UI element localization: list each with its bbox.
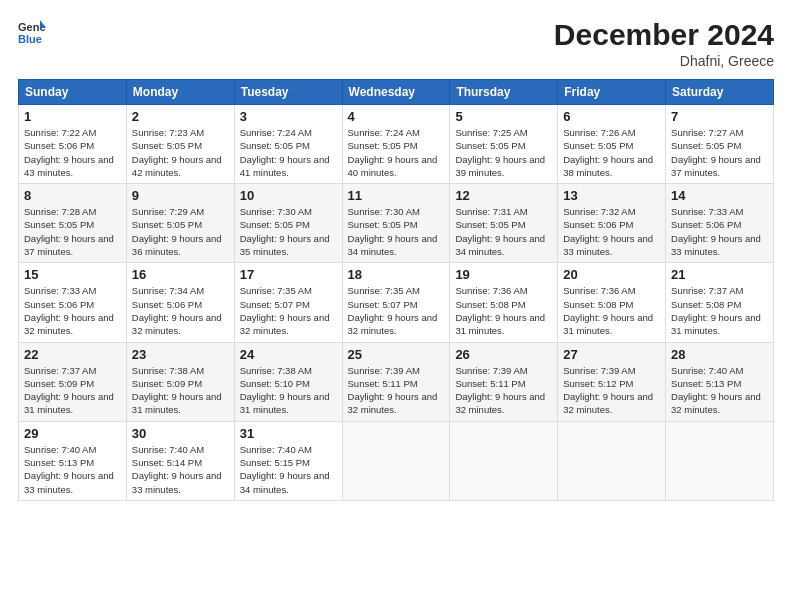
day-number: 3 bbox=[240, 109, 337, 124]
day-number: 27 bbox=[563, 347, 660, 362]
calendar-week-4: 22 Sunrise: 7:37 AMSunset: 5:09 PMDaylig… bbox=[19, 342, 774, 421]
table-row: 13 Sunrise: 7:32 AMSunset: 5:06 PMDaylig… bbox=[558, 184, 666, 263]
day-number: 19 bbox=[455, 267, 552, 282]
col-saturday: Saturday bbox=[666, 80, 774, 105]
day-info: Sunrise: 7:30 AMSunset: 5:05 PMDaylight:… bbox=[348, 206, 438, 257]
day-number: 8 bbox=[24, 188, 121, 203]
day-number: 6 bbox=[563, 109, 660, 124]
calendar-table: Sunday Monday Tuesday Wednesday Thursday… bbox=[18, 79, 774, 501]
table-row: 18 Sunrise: 7:35 AMSunset: 5:07 PMDaylig… bbox=[342, 263, 450, 342]
day-number: 26 bbox=[455, 347, 552, 362]
location: Dhafni, Greece bbox=[554, 53, 774, 69]
col-monday: Monday bbox=[126, 80, 234, 105]
table-row bbox=[342, 421, 450, 500]
table-row: 17 Sunrise: 7:35 AMSunset: 5:07 PMDaylig… bbox=[234, 263, 342, 342]
day-info: Sunrise: 7:39 AMSunset: 5:11 PMDaylight:… bbox=[455, 365, 545, 416]
day-info: Sunrise: 7:38 AMSunset: 5:09 PMDaylight:… bbox=[132, 365, 222, 416]
day-info: Sunrise: 7:27 AMSunset: 5:05 PMDaylight:… bbox=[671, 127, 761, 178]
day-info: Sunrise: 7:30 AMSunset: 5:05 PMDaylight:… bbox=[240, 206, 330, 257]
day-number: 5 bbox=[455, 109, 552, 124]
table-row: 8 Sunrise: 7:28 AMSunset: 5:05 PMDayligh… bbox=[19, 184, 127, 263]
col-friday: Friday bbox=[558, 80, 666, 105]
day-number: 20 bbox=[563, 267, 660, 282]
day-number: 9 bbox=[132, 188, 229, 203]
table-row: 20 Sunrise: 7:36 AMSunset: 5:08 PMDaylig… bbox=[558, 263, 666, 342]
day-number: 28 bbox=[671, 347, 768, 362]
day-info: Sunrise: 7:40 AMSunset: 5:13 PMDaylight:… bbox=[24, 444, 114, 495]
day-info: Sunrise: 7:35 AMSunset: 5:07 PMDaylight:… bbox=[240, 285, 330, 336]
col-wednesday: Wednesday bbox=[342, 80, 450, 105]
calendar-week-5: 29 Sunrise: 7:40 AMSunset: 5:13 PMDaylig… bbox=[19, 421, 774, 500]
month-year: December 2024 bbox=[554, 18, 774, 51]
day-number: 14 bbox=[671, 188, 768, 203]
day-info: Sunrise: 7:24 AMSunset: 5:05 PMDaylight:… bbox=[348, 127, 438, 178]
table-row: 10 Sunrise: 7:30 AMSunset: 5:05 PMDaylig… bbox=[234, 184, 342, 263]
col-thursday: Thursday bbox=[450, 80, 558, 105]
day-info: Sunrise: 7:26 AMSunset: 5:05 PMDaylight:… bbox=[563, 127, 653, 178]
day-info: Sunrise: 7:31 AMSunset: 5:05 PMDaylight:… bbox=[455, 206, 545, 257]
day-info: Sunrise: 7:35 AMSunset: 5:07 PMDaylight:… bbox=[348, 285, 438, 336]
day-number: 15 bbox=[24, 267, 121, 282]
table-row bbox=[558, 421, 666, 500]
day-info: Sunrise: 7:38 AMSunset: 5:10 PMDaylight:… bbox=[240, 365, 330, 416]
day-number: 17 bbox=[240, 267, 337, 282]
table-row bbox=[450, 421, 558, 500]
day-number: 1 bbox=[24, 109, 121, 124]
day-number: 11 bbox=[348, 188, 445, 203]
day-info: Sunrise: 7:34 AMSunset: 5:06 PMDaylight:… bbox=[132, 285, 222, 336]
table-row: 4 Sunrise: 7:24 AMSunset: 5:05 PMDayligh… bbox=[342, 105, 450, 184]
calendar-week-3: 15 Sunrise: 7:33 AMSunset: 5:06 PMDaylig… bbox=[19, 263, 774, 342]
calendar-page: General Blue December 2024 Dhafni, Greec… bbox=[0, 0, 792, 612]
day-number: 12 bbox=[455, 188, 552, 203]
day-info: Sunrise: 7:32 AMSunset: 5:06 PMDaylight:… bbox=[563, 206, 653, 257]
day-number: 24 bbox=[240, 347, 337, 362]
table-row bbox=[666, 421, 774, 500]
table-row: 22 Sunrise: 7:37 AMSunset: 5:09 PMDaylig… bbox=[19, 342, 127, 421]
table-row: 30 Sunrise: 7:40 AMSunset: 5:14 PMDaylig… bbox=[126, 421, 234, 500]
day-info: Sunrise: 7:28 AMSunset: 5:05 PMDaylight:… bbox=[24, 206, 114, 257]
day-info: Sunrise: 7:29 AMSunset: 5:05 PMDaylight:… bbox=[132, 206, 222, 257]
day-number: 16 bbox=[132, 267, 229, 282]
table-row: 29 Sunrise: 7:40 AMSunset: 5:13 PMDaylig… bbox=[19, 421, 127, 500]
day-number: 30 bbox=[132, 426, 229, 441]
day-number: 29 bbox=[24, 426, 121, 441]
day-number: 21 bbox=[671, 267, 768, 282]
day-info: Sunrise: 7:33 AMSunset: 5:06 PMDaylight:… bbox=[671, 206, 761, 257]
day-info: Sunrise: 7:39 AMSunset: 5:11 PMDaylight:… bbox=[348, 365, 438, 416]
day-number: 22 bbox=[24, 347, 121, 362]
day-info: Sunrise: 7:24 AMSunset: 5:05 PMDaylight:… bbox=[240, 127, 330, 178]
day-info: Sunrise: 7:23 AMSunset: 5:05 PMDaylight:… bbox=[132, 127, 222, 178]
table-row: 25 Sunrise: 7:39 AMSunset: 5:11 PMDaylig… bbox=[342, 342, 450, 421]
day-info: Sunrise: 7:36 AMSunset: 5:08 PMDaylight:… bbox=[563, 285, 653, 336]
day-number: 25 bbox=[348, 347, 445, 362]
table-row: 19 Sunrise: 7:36 AMSunset: 5:08 PMDaylig… bbox=[450, 263, 558, 342]
svg-text:Blue: Blue bbox=[18, 33, 42, 45]
day-info: Sunrise: 7:40 AMSunset: 5:14 PMDaylight:… bbox=[132, 444, 222, 495]
table-row: 7 Sunrise: 7:27 AMSunset: 5:05 PMDayligh… bbox=[666, 105, 774, 184]
table-row: 23 Sunrise: 7:38 AMSunset: 5:09 PMDaylig… bbox=[126, 342, 234, 421]
table-row: 27 Sunrise: 7:39 AMSunset: 5:12 PMDaylig… bbox=[558, 342, 666, 421]
day-info: Sunrise: 7:40 AMSunset: 5:15 PMDaylight:… bbox=[240, 444, 330, 495]
table-row: 3 Sunrise: 7:24 AMSunset: 5:05 PMDayligh… bbox=[234, 105, 342, 184]
day-number: 7 bbox=[671, 109, 768, 124]
day-info: Sunrise: 7:37 AMSunset: 5:09 PMDaylight:… bbox=[24, 365, 114, 416]
day-info: Sunrise: 7:33 AMSunset: 5:06 PMDaylight:… bbox=[24, 285, 114, 336]
day-number: 18 bbox=[348, 267, 445, 282]
table-row: 2 Sunrise: 7:23 AMSunset: 5:05 PMDayligh… bbox=[126, 105, 234, 184]
day-number: 31 bbox=[240, 426, 337, 441]
day-info: Sunrise: 7:37 AMSunset: 5:08 PMDaylight:… bbox=[671, 285, 761, 336]
table-row: 9 Sunrise: 7:29 AMSunset: 5:05 PMDayligh… bbox=[126, 184, 234, 263]
logo-icon: General Blue bbox=[18, 18, 46, 46]
table-row: 14 Sunrise: 7:33 AMSunset: 5:06 PMDaylig… bbox=[666, 184, 774, 263]
table-row: 24 Sunrise: 7:38 AMSunset: 5:10 PMDaylig… bbox=[234, 342, 342, 421]
col-sunday: Sunday bbox=[19, 80, 127, 105]
calendar-week-2: 8 Sunrise: 7:28 AMSunset: 5:05 PMDayligh… bbox=[19, 184, 774, 263]
table-row: 15 Sunrise: 7:33 AMSunset: 5:06 PMDaylig… bbox=[19, 263, 127, 342]
col-tuesday: Tuesday bbox=[234, 80, 342, 105]
table-row: 26 Sunrise: 7:39 AMSunset: 5:11 PMDaylig… bbox=[450, 342, 558, 421]
table-row: 5 Sunrise: 7:25 AMSunset: 5:05 PMDayligh… bbox=[450, 105, 558, 184]
logo: General Blue bbox=[18, 18, 46, 46]
calendar-week-1: 1 Sunrise: 7:22 AMSunset: 5:06 PMDayligh… bbox=[19, 105, 774, 184]
table-row: 1 Sunrise: 7:22 AMSunset: 5:06 PMDayligh… bbox=[19, 105, 127, 184]
table-row: 11 Sunrise: 7:30 AMSunset: 5:05 PMDaylig… bbox=[342, 184, 450, 263]
